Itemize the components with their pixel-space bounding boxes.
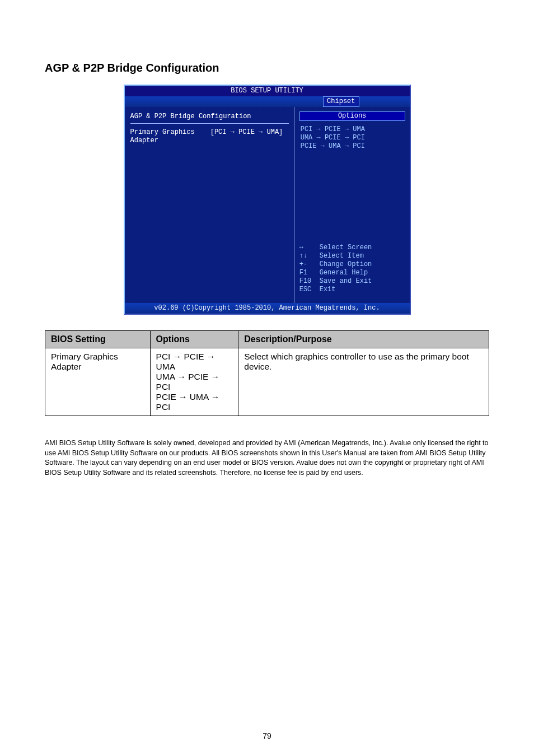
key-arrows-lr-icon: ↔ (299, 244, 314, 252)
bios-left-pane: AGP & P2P Bridge Configuration Primary G… (125, 107, 295, 303)
key-esc: ESC (299, 286, 314, 294)
options-header: Options (299, 111, 405, 121)
settings-table: BIOS Setting Options Description/Purpose… (45, 330, 489, 416)
option-item[interactable]: UMA → PCIE → PCI (301, 134, 404, 142)
help-label: Select Screen (320, 244, 372, 252)
bios-footer: v02.69 (C)Copyright 1985-2010, American … (124, 303, 411, 315)
setting-row[interactable]: Primary Graphics Adapter [PCI → PCIE → U… (130, 128, 289, 145)
footnote: AMI BIOS Setup Utility Software is solel… (45, 438, 489, 478)
help-row: F10Save and Exit (299, 277, 405, 286)
bios-title: BIOS SETUP UTILITY (124, 85, 411, 96)
option-item[interactable]: PCI → PCIE → UMA (301, 125, 404, 134)
help-row: +-Change Option (299, 260, 405, 269)
key-arrows-ud-icon: ↑↓ (299, 252, 314, 260)
bios-screenshot: BIOS SETUP UTILITY Chipset AGP & P2P Bri… (124, 85, 411, 315)
key-f1: F1 (299, 269, 314, 277)
help-row: F1General Help (299, 269, 405, 277)
left-heading: AGP & P2P Bridge Configuration (130, 113, 289, 121)
key-plusminus-icon: +- (299, 260, 314, 269)
section-title: AGP & P2P Bridge Configuration (45, 62, 489, 74)
col-setting: BIOS Setting (45, 331, 151, 348)
page-number: 79 (0, 731, 534, 740)
help-row: ESCExit (299, 286, 405, 294)
help-label: Save and Exit (320, 277, 372, 286)
help-label: Change Option (320, 260, 372, 269)
setting-label: Primary Graphics Adapter (130, 128, 210, 145)
table-row: Primary Graphics Adapter PCI → PCIE → UM… (45, 348, 489, 416)
col-desc: Description/Purpose (238, 331, 489, 348)
col-options: Options (150, 331, 238, 348)
cell-options: PCI → PCIE → UMA UMA → PCIE → PCI PCIE →… (150, 348, 238, 416)
bios-right-pane: Options PCI → PCIE → UMA UMA → PCIE → PC… (295, 107, 410, 303)
setting-value[interactable]: [PCI → PCIE → UMA] (210, 128, 289, 145)
help-label: Select Item (320, 252, 364, 260)
help-label: Exit (320, 286, 336, 294)
table-header-row: BIOS Setting Options Description/Purpose (45, 331, 489, 348)
key-f10: F10 (299, 277, 314, 286)
tab-chipset[interactable]: Chipset (323, 96, 359, 107)
cell-setting: Primary Graphics Adapter (45, 348, 151, 416)
option-item[interactable]: PCIE → UMA → PCI (301, 142, 404, 151)
help-row: ↑↓Select Item (299, 252, 405, 260)
bios-tab-bar: Chipset (124, 96, 411, 107)
divider (130, 123, 289, 124)
cell-desc: Select which graphics controller to use … (238, 348, 489, 416)
help-label: General Help (320, 269, 368, 277)
help-row: ↔Select Screen (299, 244, 405, 252)
help-block: ↔Select Screen ↑↓Select Item +-Change Op… (299, 244, 405, 298)
